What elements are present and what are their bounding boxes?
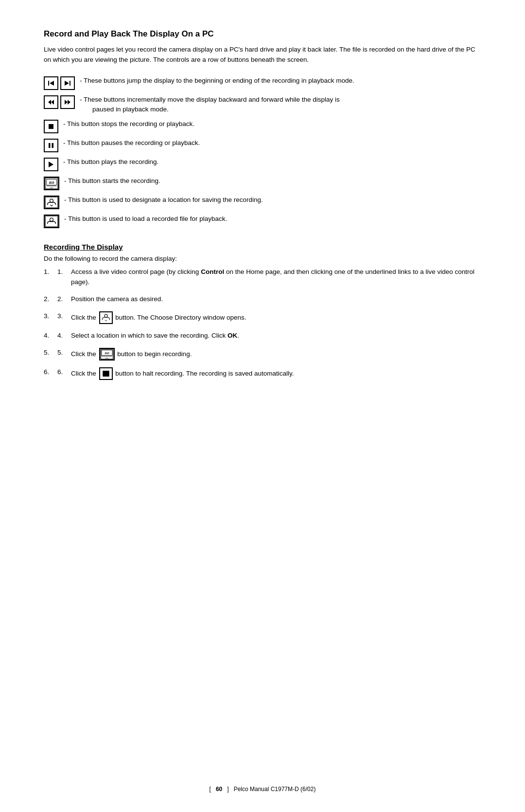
stop-button-item: - This button stops the recording or pla… — [44, 119, 481, 133]
step-3-number: 3. — [57, 311, 71, 322]
section2-title: Recording The Display — [44, 243, 481, 251]
step-4: 4. Select a location in which to save th… — [44, 331, 481, 341]
step-6-number: 6. — [57, 367, 71, 378]
step-2-number: 2. — [57, 294, 71, 305]
svg-marker-11 — [49, 162, 53, 167]
stop-button-desc: - This button stops the recording or pla… — [63, 119, 481, 129]
step-2-content: Position the camera as desired. — [71, 294, 481, 305]
section2-intro: Do the following to record the camera di… — [44, 255, 481, 262]
svg-rect-8 — [49, 124, 53, 129]
svg-marker-2 — [65, 81, 69, 86]
step-6: 6. Click the button to halt recording. T… — [44, 367, 481, 380]
svg-rect-27 — [103, 371, 109, 377]
pause-button-desc: - This button pauses the recording or pl… — [63, 138, 481, 148]
ok-bold: OK — [228, 332, 237, 339]
load-file-desc: - This button is used to load a recorded… — [64, 214, 481, 224]
intro-paragraph: Live video control pages let you record … — [44, 45, 481, 65]
save-location-icons — [44, 196, 59, 209]
step-5: 5. Click the AVI rec button to begin rec… — [44, 348, 481, 361]
control-bold: Control — [201, 268, 224, 275]
step6-stop-icon — [99, 367, 113, 380]
svg-marker-5 — [51, 100, 54, 105]
skip-buttons-icons — [44, 76, 75, 90]
footer-bracket-close: ] — [227, 786, 228, 793]
step-4-number: 4. — [57, 331, 71, 341]
pause-button-icons — [44, 139, 58, 152]
pause-icon — [44, 139, 58, 152]
play-button-desc: - This button plays the recording. — [63, 157, 481, 167]
save-location-icon — [44, 196, 59, 209]
button-list: - These buttons jump the display to the … — [44, 76, 481, 229]
step-5-number: 5. — [57, 348, 71, 358]
avi-record-button-item: AVI rec - This button starts the recordi… — [44, 176, 481, 190]
save-location-button-item: - This button is used to designate a loc… — [44, 195, 481, 209]
load-file-button-item: - This button is used to load a recorded… — [44, 214, 481, 228]
rewind-forward-item: - These buttons incrementally move the d… — [44, 95, 481, 115]
footer: [ 60 ] Pelco Manual C1977M-D (6/02) — [0, 786, 525, 793]
play-button-icons — [44, 158, 58, 171]
svg-rect-3 — [70, 81, 70, 86]
avi-record-icon: AVI rec — [44, 177, 59, 190]
skip-next-icon — [60, 76, 75, 90]
step-3: 3. Click the button. The Choose Director… — [44, 311, 481, 324]
skip-buttons-desc: - These buttons jump the display to the … — [80, 76, 481, 86]
step-6-content: Click the button to halt recording. The … — [71, 367, 481, 380]
svg-marker-1 — [50, 81, 54, 86]
fast-forward-icon — [60, 95, 75, 109]
svg-marker-4 — [48, 100, 51, 105]
pause-button-item: - This button pauses the recording or pl… — [44, 138, 481, 152]
svg-marker-7 — [68, 100, 70, 105]
step-1-number: 1. — [57, 267, 71, 277]
svg-point-18 — [50, 199, 53, 202]
footer-manual-info: Pelco Manual C1977M-D (6/02) — [234, 786, 316, 793]
svg-marker-6 — [65, 100, 68, 105]
footer-bracket-open: [ — [210, 786, 211, 793]
step-1: 1. Access a live video control page (by … — [44, 267, 481, 288]
save-location-desc: - This button is used to designate a loc… — [64, 195, 481, 205]
skip-prev-icon — [44, 76, 58, 90]
rewind-forward-icons — [44, 95, 75, 109]
svg-text:AVI: AVI — [105, 352, 109, 355]
svg-text:rec: rec — [50, 187, 53, 189]
step-4-content: Select a location in which to save the r… — [71, 331, 481, 341]
avi-record-icons: AVI rec — [44, 177, 59, 190]
skip-buttons-item: - These buttons jump the display to the … — [44, 76, 481, 90]
steps-list: 1. Access a live video control page (by … — [44, 267, 481, 380]
rewind-icon — [44, 95, 58, 109]
rewind-forward-desc: - These buttons incrementally move the d… — [80, 95, 481, 115]
play-button-item: - This button plays the recording. — [44, 157, 481, 171]
load-file-icon — [44, 215, 59, 228]
svg-rect-10 — [52, 143, 54, 148]
step-5-content: Click the AVI rec button to begin record… — [71, 348, 481, 361]
step-3-content: Click the button. The Choose Directory w… — [71, 311, 481, 324]
page-container: Record and Play Back The Display On a PC… — [0, 0, 525, 426]
load-file-icons — [44, 215, 59, 228]
svg-text:rec: rec — [105, 357, 108, 359]
stop-icon — [44, 120, 58, 133]
play-icon — [44, 158, 58, 171]
stop-button-icons — [44, 120, 58, 133]
svg-point-21 — [104, 314, 107, 317]
svg-text:AVI: AVI — [49, 181, 54, 184]
step-1-content: Access a live video control page (by cli… — [71, 267, 481, 288]
step3-save-location-icon — [99, 311, 113, 324]
footer-page-number: 60 — [216, 786, 222, 793]
step-2: 2. Position the camera as desired. — [44, 294, 481, 305]
main-title: Record and Play Back The Display On a PC — [44, 29, 481, 39]
step5-avi-icon: AVI rec — [99, 348, 115, 361]
svg-rect-0 — [48, 81, 49, 86]
svg-rect-9 — [49, 143, 51, 148]
avi-record-desc: - This button starts the recording. — [64, 176, 481, 186]
